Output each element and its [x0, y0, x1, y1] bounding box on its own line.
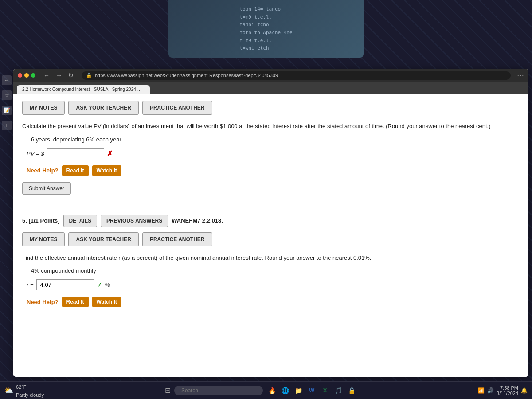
need-help-5: Need Help? Read It Watch It	[22, 297, 520, 307]
active-tab[interactable]: 2.2 Homework-Compound Interest - SUSLA -…	[17, 85, 150, 94]
sidebar-icon-note[interactable]: 📝	[2, 106, 12, 115]
sidebar-icon-star[interactable]: ☆	[2, 90, 12, 100]
taskbar: ⛅ 62°F Partly cloudy ⊞ 🔥 🌐 📁 W X 🎵 🔒 📶 🔊…	[0, 381, 532, 399]
network-icon: 📶	[478, 387, 485, 394]
error-icon: ✗	[107, 149, 113, 158]
taskbar-icon-5[interactable]: 🔒	[346, 385, 357, 396]
maximize-button[interactable]	[31, 73, 35, 78]
percent-label: %	[105, 282, 110, 288]
ask-teacher-button-5[interactable]: ASK YOUR TEACHER	[68, 232, 138, 246]
taskbar-icon-word[interactable]: W	[306, 385, 317, 396]
sidebar: ← ☆ 📝 +	[0, 71, 13, 337]
watch-it-button-5[interactable]: Watch It	[92, 297, 121, 307]
clock-date: 3/11/2024	[497, 391, 518, 396]
need-help-label-4: Need Help?	[27, 167, 59, 174]
top-decorative-image: toan 14= tanco t=m9 t.e.l. tanni tcho fo…	[168, 0, 364, 58]
weather-temp: 62°F	[16, 384, 26, 390]
problem4-subtext: 6 years, depreciating 6% each year	[22, 136, 520, 143]
practice-another-button-4[interactable]: PRACTICE ANOTHER	[142, 101, 212, 115]
problem4-text: Calculate the present value PV (in dolla…	[22, 122, 520, 131]
forward-button[interactable]: →	[54, 71, 64, 80]
problem5-input-row: r = ✓ %	[22, 279, 520, 290]
close-button[interactable]	[18, 73, 22, 78]
need-help-label-5: Need Help?	[27, 299, 59, 305]
taskbar-icon-excel[interactable]: X	[320, 385, 330, 396]
problem5-subtext: 4% compounded monthly	[22, 267, 520, 274]
read-it-button-5[interactable]: Read It	[62, 297, 89, 307]
problem4-input-row: PV = $ ✗	[22, 148, 520, 159]
page-content[interactable]: MY NOTES ASK YOUR TEACHER PRACTICE ANOTH…	[13, 94, 528, 377]
browser-window: ← → ↻ 🔒 ⋯ 2.2 Homework-Compound Interest…	[13, 69, 528, 377]
details-button-5[interactable]: DETAILS	[63, 215, 97, 227]
address-bar[interactable]	[95, 73, 506, 78]
notifications-icon[interactable]: 🔔	[521, 387, 528, 394]
practice-another-button-5[interactable]: PRACTICE ANOTHER	[142, 232, 212, 246]
taskbar-icon-4[interactable]: 🎵	[333, 385, 344, 396]
pv-input[interactable]	[47, 148, 104, 159]
volume-icon: 🔊	[487, 387, 494, 394]
section5-points-row: 5. [1/1 Points] DETAILS PREVIOUS ANSWERS…	[22, 215, 520, 227]
my-notes-button-4[interactable]: MY NOTES	[22, 101, 65, 115]
need-help-4: Need Help? Read It Watch It	[22, 165, 520, 176]
browser-chrome: ← → ↻ 🔒 ⋯	[13, 69, 528, 82]
problem-code-5: WANEFM7 2.2.018.	[172, 217, 223, 224]
pv-label: PV = $	[27, 150, 44, 157]
back-button[interactable]: ←	[42, 71, 51, 80]
section4-action-buttons: MY NOTES ASK YOUR TEACHER PRACTICE ANOTH…	[22, 101, 520, 115]
section5-action-buttons: MY NOTES ASK YOUR TEACHER PRACTICE ANOTH…	[22, 232, 520, 246]
sidebar-icon-plus[interactable]: +	[2, 121, 12, 130]
reload-button[interactable]: ↻	[66, 71, 75, 80]
address-bar-container[interactable]: 🔒	[82, 71, 511, 80]
minimize-button[interactable]	[24, 73, 29, 78]
sidebar-icon-back[interactable]: ←	[2, 75, 12, 85]
section-divider	[22, 209, 520, 209]
weather-condition: Partly cloudy	[16, 392, 44, 398]
decorative-text: toan 14= tanco t=m9 t.e.l. tanni tcho fo…	[236, 2, 296, 56]
taskbar-search-input[interactable]	[174, 386, 263, 395]
ask-teacher-button-4[interactable]: ASK YOUR TEACHER	[68, 101, 138, 115]
read-it-button-4[interactable]: Read It	[62, 165, 89, 176]
browser-menu-icon[interactable]: ⋯	[517, 71, 524, 80]
browser-navigation: ← → ↻	[42, 71, 75, 80]
check-icon: ✓	[97, 281, 102, 289]
my-notes-button-5[interactable]: MY NOTES	[22, 232, 65, 246]
r-label: r =	[27, 282, 34, 288]
window-controls	[18, 73, 35, 78]
taskbar-center: ⊞ 🔥 🌐 📁 W X 🎵 🔒	[47, 385, 474, 396]
watch-it-button-4[interactable]: Watch It	[92, 165, 121, 176]
taskbar-icon-3[interactable]: 📁	[293, 385, 304, 396]
weather-info: 62°F Partly cloudy	[16, 383, 44, 399]
r-input[interactable]	[36, 279, 94, 290]
prev-answers-button-5[interactable]: PREVIOUS ANSWERS	[101, 215, 168, 227]
points-badge-5: 5. [1/1 Points]	[22, 217, 60, 224]
windows-icon[interactable]: ⊞	[165, 386, 171, 395]
taskbar-left: ⛅ 62°F Partly cloudy	[4, 383, 44, 399]
taskbar-right: 📶 🔊 7:58 PM 3/11/2024 🔔	[478, 385, 528, 396]
weather-icon: ⛅	[4, 386, 13, 395]
tab-bar: 2.2 Homework-Compound Interest - SUSLA -…	[13, 82, 528, 94]
problem5-text: Find the effective annual interest rate …	[22, 254, 520, 262]
lock-icon: 🔒	[86, 73, 92, 78]
taskbar-icon-2[interactable]: 🌐	[280, 385, 290, 396]
taskbar-icon-1[interactable]: 🔥	[266, 385, 277, 396]
taskbar-app-icons: 🔥 🌐 📁 W X 🎵 🔒	[266, 385, 357, 396]
clock-time: 7:58 PM	[500, 385, 518, 391]
taskbar-datetime: 7:58 PM 3/11/2024	[497, 385, 518, 396]
submit-answer-button[interactable]: Submit Answer	[22, 182, 71, 195]
